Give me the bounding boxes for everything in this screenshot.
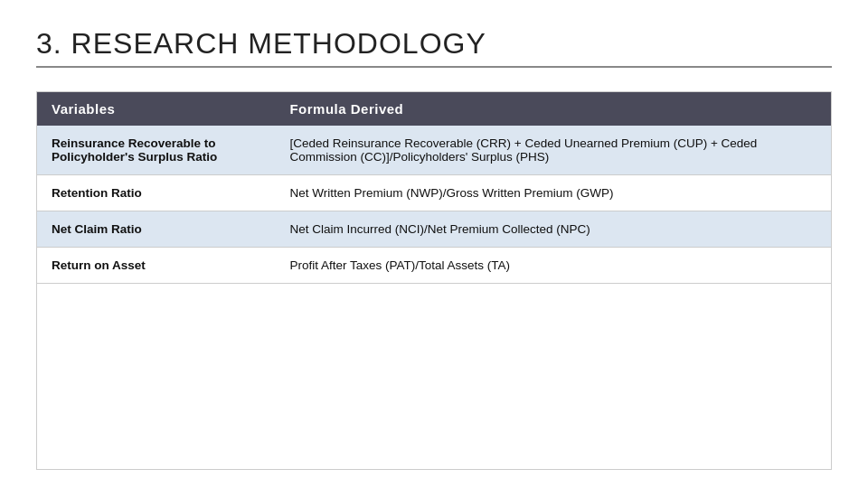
variable-cell: Return on Asset	[37, 248, 275, 284]
table-row: Return on AssetProfit After Taxes (PAT)/…	[37, 248, 831, 284]
page-title: 3. RESEARCH METHODOLOGY	[36, 27, 832, 68]
formula-cell: Net Claim Incurred (NCI)/Net Premium Col…	[275, 211, 831, 248]
formula-cell: Net Written Premium (NWP)/Gross Written …	[275, 175, 831, 211]
variable-cell: Reinsurance Recoverable to Policyholder'…	[37, 126, 275, 175]
table-row: Retention RatioNet Written Premium (NWP)…	[37, 175, 831, 211]
table-header-row: Variables Formula Derived	[37, 92, 831, 126]
table-row: Net Claim RatioNet Claim Incurred (NCI)/…	[37, 211, 831, 248]
variable-cell: Retention Ratio	[37, 175, 275, 211]
header-formula: Formula Derived	[275, 92, 831, 126]
table-wrapper: Variables Formula Derived Reinsurance Re…	[36, 91, 832, 470]
formula-cell: [Ceded Reinsurance Recoverable (CRR) + C…	[275, 126, 831, 175]
methodology-table: Variables Formula Derived Reinsurance Re…	[37, 92, 831, 284]
variable-cell: Net Claim Ratio	[37, 211, 275, 248]
page-container: 3. RESEARCH METHODOLOGY Variables Formul…	[0, 0, 868, 488]
formula-cell: Profit After Taxes (PAT)/Total Assets (T…	[275, 248, 831, 284]
table-row: Reinsurance Recoverable to Policyholder'…	[37, 126, 831, 175]
header-variables: Variables	[37, 92, 275, 126]
